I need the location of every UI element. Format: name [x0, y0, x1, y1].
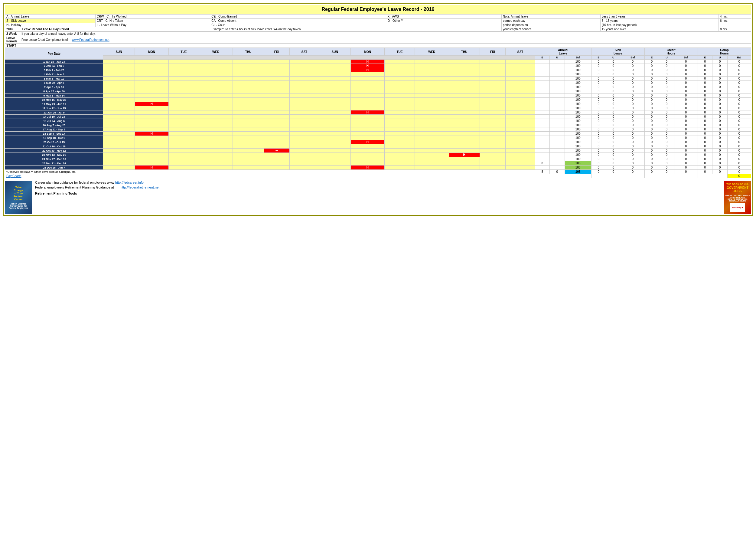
cr-e: 0: [644, 60, 659, 64]
day-cell-fri1: [264, 81, 290, 85]
ann-bal: 100: [565, 148, 591, 153]
day-cell-sun2: [319, 93, 350, 98]
sick-e: 0: [591, 68, 606, 72]
day-cell-thu2: [449, 140, 480, 144]
legend-note-period: period depends on: [501, 23, 600, 27]
day-cell-tue2: [385, 115, 415, 119]
ann-bal: 100: [565, 81, 591, 85]
cr-u: 0: [659, 110, 674, 115]
day-cell-wed1: [199, 136, 233, 140]
day-cell-thu1: [233, 93, 264, 98]
cr-e: 0: [644, 127, 659, 132]
day-cell-thu2: [449, 72, 480, 77]
sick-bal: 0: [621, 123, 644, 127]
co-bal: 0: [728, 81, 751, 85]
day-cell-sun1: [103, 148, 135, 153]
day-cell-wed1: [199, 127, 233, 132]
day-cell-thu2: [449, 89, 480, 93]
table-row: 11 May 29 - Jun 11H100000000000: [5, 102, 751, 106]
sick-u: 0: [606, 93, 621, 98]
day-cell-fri2: [480, 153, 506, 157]
col-wed1: WED: [199, 48, 233, 56]
cr-bal: 0: [674, 64, 698, 68]
website-link[interactable]: www.FederalRetirement.net: [72, 38, 109, 41]
day-cell-fri1: [264, 153, 290, 157]
row-num-date: 13 Jun 26 - Jul 9: [5, 110, 103, 115]
day-cell-tue2: [385, 64, 415, 68]
day-cell-wed1: [199, 144, 233, 148]
co-u: 0: [712, 72, 727, 77]
fedretirement-link[interactable]: http://federalretirement.net: [120, 185, 159, 189]
cr-bal: 0: [674, 144, 698, 148]
day-cell-tue1: [169, 60, 199, 64]
row-num-date: 23 Nov 13 - Nov 26: [5, 153, 103, 157]
day-cell-fri2: [480, 64, 506, 68]
subheader-table: 2 Week If you take a day of annual leave…: [5, 31, 751, 48]
ann-bal: 100: [565, 60, 591, 64]
cr-bal: 0: [674, 93, 698, 98]
col-sun2: SUN: [319, 48, 350, 56]
day-cell-mon2: H: [350, 165, 384, 170]
day-cell-sun1: [103, 64, 135, 68]
pay-charts-link[interactable]: Pay Charts: [6, 174, 21, 178]
co-bal: 0: [728, 123, 751, 127]
cr-e: 0: [644, 106, 659, 110]
cr-e: 0: [644, 148, 659, 153]
day-cell-thu2: [449, 60, 480, 64]
co-bal: 0: [728, 72, 751, 77]
col-sat1: SAT: [290, 48, 319, 56]
day-cell-sun1: [103, 81, 135, 85]
day-cell-tue2: [385, 144, 415, 148]
sick-bal: 0: [621, 119, 644, 123]
col-comp-header: Comp Hours: [698, 48, 751, 56]
co-u: 0: [712, 106, 727, 110]
table-row: 12 Jun 12 - Jun 25100000000000: [5, 106, 751, 110]
co-bal: 0: [728, 98, 751, 102]
day-cell-sat2: [506, 81, 535, 85]
day-cell-mon1: [135, 64, 168, 68]
col-ann-u: U: [549, 56, 565, 60]
co-bal: 0: [728, 85, 751, 89]
sick-bal: 0: [621, 102, 644, 106]
day-cell-sat2: [506, 123, 535, 127]
col-credit-header: Credit Hours: [644, 48, 698, 56]
day-cell-wed1: [199, 102, 233, 106]
day-cell-sat1: [290, 85, 319, 89]
co-e: 0: [698, 123, 712, 127]
day-cell-tue1: [169, 68, 199, 72]
day-cell-thu1: [233, 60, 264, 64]
fedcareer-link[interactable]: http://fedcareer.info: [115, 181, 144, 184]
row-num-date: 15 Jul 24 - Aug 6: [5, 119, 103, 123]
row-num-date: 8 Apr 17 - Apr 30: [5, 89, 103, 93]
day-cell-sat2: [506, 153, 535, 157]
col-thu1: THU: [233, 48, 264, 56]
cr-bal: 0: [674, 119, 698, 123]
day-cell-wed1: [199, 157, 233, 161]
cr-bal: 0: [674, 77, 698, 81]
table-row: 7 Apr 3 - Apr 16100000000000: [5, 85, 751, 89]
sick-e: 0: [591, 81, 606, 85]
day-cell-wed1: [199, 72, 233, 77]
footnote-text: *Observed Holidays ** Other leave such a…: [5, 170, 535, 174]
sick-e: 0: [591, 77, 606, 81]
co-bal: 0: [728, 115, 751, 119]
sick-bal: 0: [621, 81, 644, 85]
day-cell-mon2: [350, 132, 384, 136]
day-cell-wed1: [199, 153, 233, 157]
day-cell-mon1: [135, 106, 168, 110]
day-cell-thu2: [449, 165, 480, 170]
table-row: 17 Aug 21 - Sep 3100000000000: [5, 127, 751, 132]
table-row: 9 May 1 - May 14100000000000: [5, 93, 751, 98]
ann-e: [535, 64, 549, 68]
co-e: 0: [698, 157, 712, 161]
co-e: 0: [698, 98, 712, 102]
cr-u: 0: [659, 98, 674, 102]
sick-u: 0: [606, 127, 621, 132]
day-cell-wed1: [199, 119, 233, 123]
day-cell-sun2: [319, 140, 350, 144]
legend-table: A - Annual Leave CRW - Cr Hrs Worked CE …: [5, 14, 751, 31]
sick-u: 0: [606, 161, 621, 165]
day-cell-sat2: [506, 144, 535, 148]
day-cell-fri2: [480, 115, 506, 119]
sick-bal: 0: [621, 110, 644, 115]
